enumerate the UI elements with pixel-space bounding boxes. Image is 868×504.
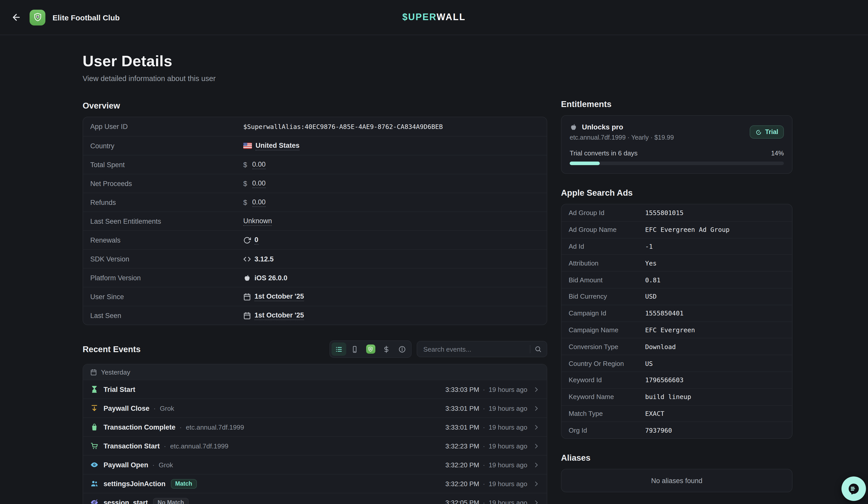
row-label: Conversion Type — [569, 343, 645, 350]
app-name: Elite Football Club — [53, 13, 120, 22]
event-row-paywall-close[interactable]: Paywall Close · Grok 3:33:01 PM·19 hours… — [83, 399, 547, 417]
chevron-right-icon — [533, 480, 539, 487]
chat-support-button[interactable] — [841, 476, 866, 501]
entitlement-card: Unlocks pro etc.annual.7df.1999 · Yearly… — [561, 115, 793, 174]
event-subtitle: Grok — [158, 461, 173, 469]
page-subtitle: View detailed information about this use… — [83, 74, 547, 83]
event-ago: 19 hours ago — [488, 442, 527, 450]
event-row-session-start-custom[interactable]: session_start No Match 3:32:05 PM·19 hou… — [83, 493, 547, 504]
row-label: Net Proceeds — [90, 180, 243, 187]
event-time: 3:32:23 PM — [445, 442, 479, 450]
event-row-transaction-start[interactable]: Transaction Start · etc.annual.7df.1999 … — [83, 436, 547, 455]
filter-device-events-button[interactable] — [347, 343, 362, 356]
row-value: -1 — [645, 243, 653, 250]
chevron-right-icon — [533, 443, 539, 449]
chevron-right-icon — [533, 386, 539, 393]
events-search-input[interactable] — [422, 345, 526, 354]
asa-row: Ad Group NameEFC Evergreen Ad Group — [561, 221, 792, 238]
overview-row-refunds: Refunds $0.00 — [83, 193, 547, 211]
overview-row-user-since: User Since 1st October '25 — [83, 287, 547, 306]
row-label: Ad Group Id — [569, 209, 645, 217]
trial-progress-fill — [570, 161, 600, 165]
back-button[interactable] — [11, 12, 22, 23]
row-label: Campaign Name — [569, 326, 645, 334]
overview-heading: Overview — [83, 101, 547, 111]
filter-all-events-button[interactable] — [331, 343, 346, 356]
no-match-badge: No Match — [153, 497, 189, 504]
row-value[interactable]: 1st October '25 — [255, 292, 304, 301]
row-value[interactable]: 1st October '25 — [255, 311, 304, 320]
filter-app-events-button[interactable] — [363, 343, 378, 356]
row-value: 0.81 — [645, 276, 660, 284]
shopping-cart-icon — [90, 442, 99, 450]
shopping-bag-icon — [90, 423, 99, 431]
row-label: Attribution — [569, 259, 645, 267]
asa-row: Keyword Id1796566603 — [561, 371, 792, 388]
asa-row: Campaign NameEFC Evergreen — [561, 321, 792, 338]
aliases-heading: Aliases — [561, 453, 793, 463]
overview-row-last-seen: Last Seen 1st October '25 — [83, 306, 547, 325]
event-ago: 19 hours ago — [488, 405, 527, 412]
dot-separator: · — [483, 498, 485, 504]
asa-row: Keyword Namebuild lineup — [561, 388, 792, 405]
row-value[interactable]: 0.00 — [252, 179, 266, 188]
row-value[interactable]: 0.00 — [252, 198, 266, 207]
chevron-right-icon — [533, 499, 539, 504]
asa-row: Ad Id-1 — [561, 238, 792, 254]
row-value: 1555801015 — [645, 209, 684, 217]
events-group-header: Yesterday — [83, 364, 547, 380]
dot-separator: · — [483, 480, 485, 487]
event-subtitle: etc.annual.7df.1999 — [186, 423, 244, 431]
aliases-empty-text: No aliases found — [651, 477, 702, 484]
trial-progress-bar — [570, 161, 784, 165]
asa-row: Bid CurrencyUSD — [561, 288, 792, 305]
overview-row-renewals: Renewals 0 — [83, 230, 547, 249]
recent-events-heading: Recent Events — [83, 344, 324, 354]
row-value[interactable]: 0 — [255, 236, 258, 244]
event-row-paywall-open[interactable]: Paywall Open · Grok 3:32:20 PM·19 hours … — [83, 455, 547, 474]
row-label: User Since — [90, 293, 243, 301]
event-time: 3:32:20 PM — [445, 480, 479, 487]
row-value[interactable]: Unknown — [243, 217, 272, 225]
entitlement-name: Unlocks pro — [582, 123, 623, 131]
overview-row-app-user-id: App User ID $SuperwallAlias:40EC9876-A85… — [83, 117, 547, 136]
trial-percent: 14% — [771, 149, 784, 157]
filter-info-events-button[interactable] — [395, 343, 410, 356]
eye-icon — [90, 461, 99, 469]
event-time: 3:33:03 PM — [445, 386, 479, 393]
match-badge: Match — [170, 479, 197, 489]
event-filter-segmented-control — [329, 340, 412, 358]
row-label: Bid Currency — [569, 293, 645, 301]
row-value: build lineup — [645, 393, 691, 401]
overview-row-last-seen-entitlements: Last Seen Entitlements Unknown — [83, 211, 547, 230]
asa-row: Country Or RegionUS — [561, 355, 792, 371]
soccer-shield-icon — [367, 346, 374, 353]
apple-icon — [243, 274, 251, 282]
asa-row: Ad Group Id1555801015 — [561, 204, 792, 221]
row-value[interactable]: United States — [256, 141, 300, 150]
event-row-settings-join-action[interactable]: settingsJoinAction Match 3:32:20 PM·19 h… — [83, 474, 547, 493]
row-label: Bid Amount — [569, 276, 645, 284]
users-icon — [90, 480, 99, 488]
row-label: Renewals — [90, 236, 243, 244]
row-label: SDK Version — [90, 255, 243, 263]
event-ago: 19 hours ago — [488, 498, 527, 504]
info-icon — [398, 345, 406, 353]
aliases-empty-card: No aliases found — [561, 469, 793, 492]
dot-separator: · — [154, 405, 156, 412]
search-icon[interactable] — [535, 346, 541, 353]
calendar-icon — [90, 369, 97, 375]
event-name: Paywall Open — [104, 461, 148, 469]
event-row-transaction-complete[interactable]: Transaction Complete · etc.annual.7df.19… — [83, 417, 547, 436]
event-row-trial-start[interactable]: Trial Start 3:33:03 PM·19 hours ago — [83, 380, 547, 399]
phone-icon — [351, 345, 359, 353]
overview-row-net-proceeds: Net Proceeds $0.00 — [83, 174, 547, 193]
chevron-right-icon — [533, 461, 539, 468]
row-value: Download — [645, 343, 676, 350]
entitlement-meta: etc.annual.7df.1999 · Yearly · $19.99 — [570, 134, 750, 141]
row-value[interactable]: 0.00 — [252, 160, 266, 169]
row-label: Platform Version — [90, 274, 243, 282]
filter-revenue-events-button[interactable] — [379, 343, 394, 356]
calendar-icon — [243, 293, 251, 301]
row-label: Keyword Name — [569, 393, 645, 401]
